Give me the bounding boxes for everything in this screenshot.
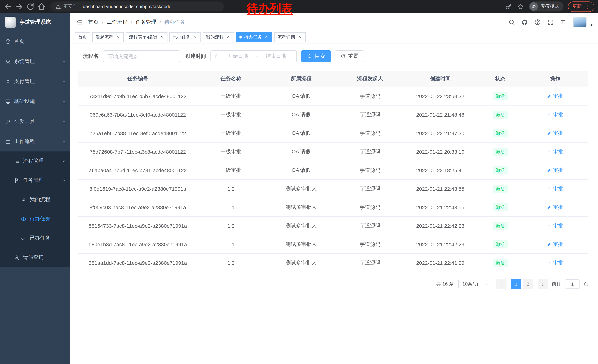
browser-reload-icon[interactable]	[26, 2, 35, 11]
page-button-1[interactable]: 1	[511, 279, 521, 289]
page-button-2[interactable]: 2	[523, 279, 533, 289]
cell-task-name: 1.1	[198, 198, 264, 217]
browser-update-button[interactable]: 更新 ⋮	[568, 1, 594, 12]
create-time-label: 创建时间	[185, 53, 206, 60]
breadcrumb-item: 待办任务	[164, 19, 185, 25]
sidebar-item-workflow[interactable]: 工作流程	[0, 131, 70, 152]
approve-button[interactable]: 审批	[547, 259, 563, 266]
date-range-picker[interactable]: 开始日期 - 结束日期	[210, 50, 297, 62]
sidebar-item-label: 任务管理	[23, 177, 44, 184]
sidebar-item-devtools[interactable]: 研发工具	[0, 112, 70, 131]
approve-button[interactable]: 审批	[547, 222, 563, 229]
next-page-button[interactable]: ›	[538, 279, 548, 289]
approve-button[interactable]: 审批	[547, 130, 563, 137]
search-icon[interactable]	[508, 19, 515, 25]
cell-create-time: 2022-01-21 22:42:23	[402, 217, 479, 235]
close-icon[interactable]: ×	[264, 34, 269, 40]
incognito-badge: 无痕模式	[529, 1, 564, 11]
column-header-initiator: 流程发起人	[338, 71, 402, 87]
close-icon[interactable]: ×	[226, 34, 231, 40]
approve-button[interactable]: 审批	[547, 167, 563, 173]
sidebar-item-task-mgmt[interactable]: 任务管理	[0, 171, 70, 190]
close-icon[interactable]: ×	[115, 34, 120, 40]
annotation-overlay: 待办列表	[247, 1, 293, 16]
column-header-task-id: 任务编号	[78, 71, 198, 87]
tab-done-tasks[interactable]: 已办任务 ×	[169, 32, 201, 42]
goto-page-input[interactable]	[565, 279, 580, 289]
approve-label: 审批	[553, 204, 563, 210]
user-avatar[interactable]	[573, 17, 587, 27]
breadcrumb-item[interactable]: 任务管理	[136, 19, 156, 25]
cell-task-id: 725a1eb6-7b88-11ec-8ef0-acde48001122	[78, 124, 198, 142]
browser-back-icon[interactable]	[4, 2, 13, 11]
edit-icon	[547, 224, 551, 228]
browser-menu-icon[interactable]: ⋮	[585, 4, 590, 9]
update-label: 更新	[573, 3, 582, 10]
breadcrumb-item[interactable]: 首页	[88, 19, 99, 25]
approve-button[interactable]: 审批	[547, 185, 563, 192]
approve-button[interactable]: 审批	[547, 241, 563, 248]
approve-button[interactable]: 审批	[547, 148, 563, 155]
close-icon[interactable]: ×	[159, 34, 164, 40]
cell-status: 激活	[479, 217, 522, 235]
prev-page-button[interactable]: ‹	[496, 279, 507, 289]
help-icon[interactable]	[534, 19, 541, 25]
cell-initiator: 芋道源码	[338, 179, 402, 198]
reset-button[interactable]: 重置	[335, 50, 364, 62]
breadcrumb-item[interactable]: 工作流程	[107, 19, 127, 25]
approve-label: 审批	[553, 222, 563, 229]
cell-create-time: 2022-01-21 22:41:29	[402, 253, 479, 272]
avatar-caret-icon[interactable]: ▾	[590, 23, 592, 27]
sidebar-item-leave-query[interactable]: 请假查询	[0, 248, 70, 267]
search-button[interactable]: 搜索	[301, 50, 331, 62]
page-size-select[interactable]: 10条/页	[458, 279, 492, 289]
main-row: 芋道管理系统 首页 系统管理 支付管理 基础设施 研发工具 工作流程 流程管理 …	[0, 13, 598, 364]
table-body: 73211d9d-7b9b-11ec-b5b7-acde48001122一级审批…	[78, 87, 588, 272]
bookmark-star-icon[interactable]	[517, 3, 524, 10]
table-row: 069c6a63-7b8a-11ec-8ef0-acde48001122一级审批…	[78, 105, 588, 124]
edit-icon	[547, 112, 551, 117]
sidebar-item-todo-tasks[interactable]: 待办任务	[0, 209, 70, 228]
cell-process: OA 请假	[264, 161, 338, 179]
edit-icon	[547, 94, 551, 98]
approve-button[interactable]: 审批	[547, 111, 563, 118]
not-secure-icon	[56, 4, 61, 9]
column-header-status: 状态	[479, 71, 522, 87]
close-icon[interactable]: ×	[297, 34, 302, 40]
task-table: 任务编号任务名称所属流程流程发起人创建时间状态操作 73211d9d-7b9b-…	[78, 71, 588, 272]
tab-form-edit[interactable]: 流程表单-编辑 ×	[126, 32, 167, 42]
approve-button[interactable]: 审批	[547, 204, 563, 210]
sidebar-item-infrastructure[interactable]: 基础设施	[0, 91, 70, 112]
font-size-icon[interactable]	[560, 19, 567, 25]
cell-initiator: 芋道源码	[338, 161, 402, 179]
password-manager-icon[interactable]	[505, 3, 512, 10]
tab-process-detail[interactable]: 流程详情 ×	[274, 32, 306, 42]
sidebar-item-payment[interactable]: 支付管理	[0, 72, 70, 91]
sidebar-item-home[interactable]: 首页	[0, 32, 70, 51]
infra-icon	[5, 99, 11, 104]
tab-todo-tasks[interactable]: 待办任务 ×	[236, 32, 272, 42]
sidebar-item-process-mgmt[interactable]: 流程管理	[0, 152, 70, 171]
status-badge: 激活	[493, 92, 508, 100]
approve-button[interactable]: 审批	[547, 93, 563, 99]
sidebar-item-system[interactable]: 系统管理	[0, 51, 70, 72]
close-icon[interactable]: ×	[192, 34, 198, 40]
browser-forward-icon[interactable]	[15, 2, 24, 11]
browser-home-icon[interactable]	[37, 2, 46, 11]
tab-my-process[interactable]: 我的流程 ×	[203, 32, 234, 42]
sidebar-collapse-icon[interactable]	[76, 19, 83, 25]
cell-process: 测试多审批人	[264, 179, 338, 198]
cell-actions: 审批	[522, 87, 588, 105]
tab-home[interactable]: 首页	[75, 32, 91, 42]
tab-label: 已办任务	[173, 34, 191, 40]
sidebar-item-my-process[interactable]: 我的流程	[0, 190, 70, 209]
address-bar[interactable]: 不安全 dashboard.yudao.iocoder.cn/bpm/task/…	[50, 1, 224, 11]
pagination: 共 16 条 10条/页 ‹ 12 › 前往 页	[78, 279, 588, 289]
sidebar-item-done-tasks[interactable]: 已办任务	[0, 228, 70, 248]
process-name-input[interactable]	[103, 50, 180, 62]
tab-start-process[interactable]: 发起流程 ×	[92, 32, 124, 42]
github-icon[interactable]	[521, 19, 528, 25]
cell-task-name: 1.2	[198, 253, 264, 272]
app-logo[interactable]: 芋道管理系统	[0, 13, 70, 32]
fullscreen-icon[interactable]	[547, 19, 554, 25]
